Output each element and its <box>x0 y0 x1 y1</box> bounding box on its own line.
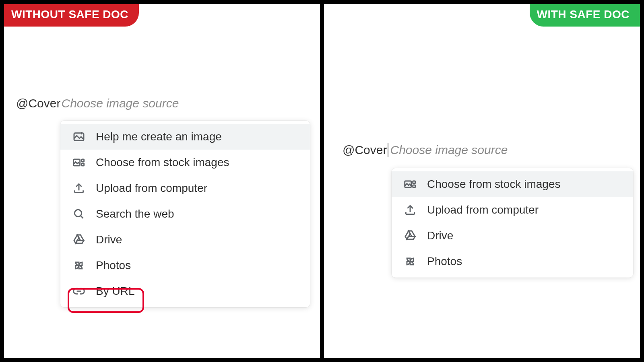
right-pane: WITH SAFE DOC @Cover Choose image source… <box>324 4 640 358</box>
menu-item-stock-images[interactable]: Choose from stock images <box>392 171 633 197</box>
stock-images-icon <box>72 155 86 170</box>
svg-rect-2 <box>82 159 84 162</box>
smart-chip-hint: Choose image source <box>390 143 508 157</box>
menu-item-label: Choose from stock images <box>96 156 229 169</box>
search-icon <box>72 207 86 221</box>
menu-item-label: Photos <box>96 259 131 272</box>
stock-images-icon <box>403 177 417 191</box>
menu-item-stock-images[interactable]: Choose from stock images <box>60 150 310 175</box>
drive-icon <box>403 228 417 243</box>
menu-item-label: Photos <box>427 255 462 268</box>
upload-icon <box>403 203 417 217</box>
smart-chip-context[interactable]: @Cover Choose image source <box>16 97 179 110</box>
photos-icon <box>72 258 86 273</box>
smart-chip-text: @Cover <box>343 143 387 157</box>
menu-item-label: By URL <box>96 285 134 298</box>
text-cursor <box>388 143 388 157</box>
menu-item-photos[interactable]: Photos <box>60 253 310 278</box>
menu-item-label: Choose from stock images <box>427 178 560 191</box>
image-source-menu: Choose from stock images Upload from com… <box>392 168 633 278</box>
image-source-menu: Help me create an image Choose from stoc… <box>60 121 310 307</box>
menu-item-label: Search the web <box>96 208 174 220</box>
svg-rect-3 <box>82 163 84 166</box>
comparison-frame: WITHOUT SAFE DOC @Cover Choose image sou… <box>4 4 640 358</box>
upload-icon <box>72 181 86 195</box>
svg-rect-7 <box>413 185 415 187</box>
menu-item-label: Drive <box>96 233 122 246</box>
smart-chip-context[interactable]: @Cover Choose image source <box>343 143 508 157</box>
menu-item-label: Upload from computer <box>427 204 539 216</box>
menu-item-photos[interactable]: Photos <box>392 249 633 274</box>
menu-item-drive[interactable]: Drive <box>60 227 310 253</box>
menu-item-help-create-image[interactable]: Help me create an image <box>60 124 310 150</box>
menu-item-drive[interactable]: Drive <box>392 223 633 249</box>
menu-item-label: Drive <box>427 229 453 242</box>
badge-with-safe-doc: WITH SAFE DOC <box>530 4 640 27</box>
menu-item-label: Upload from computer <box>96 182 207 195</box>
svg-rect-6 <box>413 181 415 183</box>
left-pane: WITHOUT SAFE DOC @Cover Choose image sou… <box>4 4 320 358</box>
menu-item-upload-computer[interactable]: Upload from computer <box>392 197 633 223</box>
menu-item-upload-computer[interactable]: Upload from computer <box>60 175 310 201</box>
menu-item-search-web[interactable]: Search the web <box>60 201 310 227</box>
menu-item-label: Help me create an image <box>96 130 222 143</box>
sparkle-image-icon <box>72 130 86 144</box>
link-icon <box>72 284 86 298</box>
menu-item-by-url[interactable]: By URL <box>60 278 310 304</box>
smart-chip-text: @Cover <box>16 97 60 110</box>
smart-chip-hint: Choose image source <box>61 97 179 110</box>
drive-icon <box>72 232 86 247</box>
badge-without-safe-doc: WITHOUT SAFE DOC <box>4 4 139 27</box>
photos-icon <box>403 254 417 269</box>
